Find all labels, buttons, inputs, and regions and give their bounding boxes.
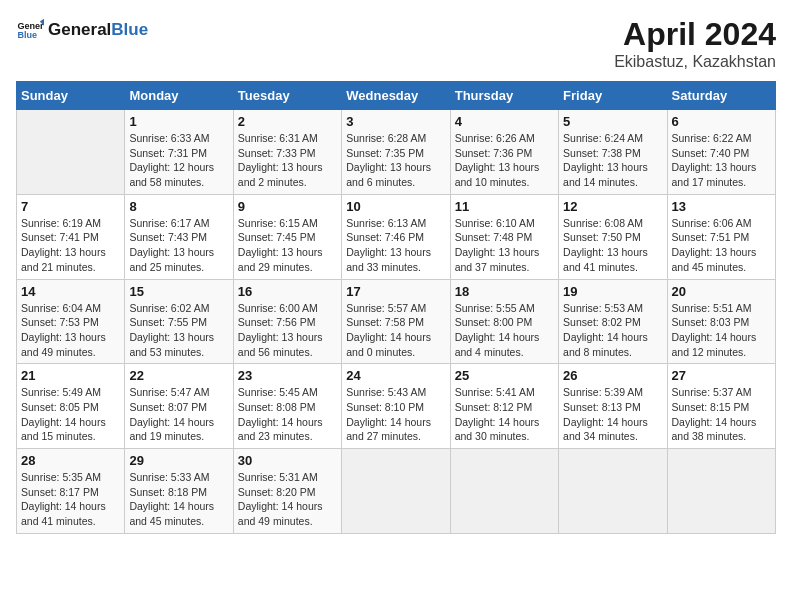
day-info: Sunrise: 6:26 AMSunset: 7:36 PMDaylight:… [455, 131, 554, 190]
calendar-cell [342, 449, 450, 534]
day-number: 21 [21, 368, 120, 383]
calendar-week-row: 1Sunrise: 6:33 AMSunset: 7:31 PMDaylight… [17, 110, 776, 195]
day-info: Sunrise: 5:47 AMSunset: 8:07 PMDaylight:… [129, 385, 228, 444]
day-info: Sunrise: 6:31 AMSunset: 7:33 PMDaylight:… [238, 131, 337, 190]
day-number: 18 [455, 284, 554, 299]
day-of-week-header: Thursday [450, 82, 558, 110]
calendar-cell: 23Sunrise: 5:45 AMSunset: 8:08 PMDayligh… [233, 364, 341, 449]
calendar-cell: 11Sunrise: 6:10 AMSunset: 7:48 PMDayligh… [450, 194, 558, 279]
day-number: 23 [238, 368, 337, 383]
day-number: 8 [129, 199, 228, 214]
svg-text:General: General [17, 21, 44, 31]
calendar-week-row: 28Sunrise: 5:35 AMSunset: 8:17 PMDayligh… [17, 449, 776, 534]
calendar-cell: 28Sunrise: 5:35 AMSunset: 8:17 PMDayligh… [17, 449, 125, 534]
calendar-cell: 2Sunrise: 6:31 AMSunset: 7:33 PMDaylight… [233, 110, 341, 195]
calendar-cell: 30Sunrise: 5:31 AMSunset: 8:20 PMDayligh… [233, 449, 341, 534]
calendar-cell: 9Sunrise: 6:15 AMSunset: 7:45 PMDaylight… [233, 194, 341, 279]
calendar-cell: 12Sunrise: 6:08 AMSunset: 7:50 PMDayligh… [559, 194, 667, 279]
day-info: Sunrise: 6:00 AMSunset: 7:56 PMDaylight:… [238, 301, 337, 360]
day-number: 26 [563, 368, 662, 383]
day-info: Sunrise: 5:39 AMSunset: 8:13 PMDaylight:… [563, 385, 662, 444]
day-number: 7 [21, 199, 120, 214]
calendar-week-row: 14Sunrise: 6:04 AMSunset: 7:53 PMDayligh… [17, 279, 776, 364]
calendar-cell: 17Sunrise: 5:57 AMSunset: 7:58 PMDayligh… [342, 279, 450, 364]
calendar-cell: 15Sunrise: 6:02 AMSunset: 7:55 PMDayligh… [125, 279, 233, 364]
calendar-cell [559, 449, 667, 534]
day-info: Sunrise: 6:06 AMSunset: 7:51 PMDaylight:… [672, 216, 771, 275]
day-info: Sunrise: 6:17 AMSunset: 7:43 PMDaylight:… [129, 216, 228, 275]
day-of-week-header: Tuesday [233, 82, 341, 110]
day-info: Sunrise: 6:13 AMSunset: 7:46 PMDaylight:… [346, 216, 445, 275]
day-number: 5 [563, 114, 662, 129]
day-number: 17 [346, 284, 445, 299]
calendar-cell [450, 449, 558, 534]
day-number: 25 [455, 368, 554, 383]
calendar-cell: 20Sunrise: 5:51 AMSunset: 8:03 PMDayligh… [667, 279, 775, 364]
calendar-cell: 27Sunrise: 5:37 AMSunset: 8:15 PMDayligh… [667, 364, 775, 449]
day-number: 12 [563, 199, 662, 214]
day-info: Sunrise: 5:33 AMSunset: 8:18 PMDaylight:… [129, 470, 228, 529]
day-info: Sunrise: 6:04 AMSunset: 7:53 PMDaylight:… [21, 301, 120, 360]
day-of-week-header: Wednesday [342, 82, 450, 110]
day-info: Sunrise: 5:35 AMSunset: 8:17 PMDaylight:… [21, 470, 120, 529]
day-number: 4 [455, 114, 554, 129]
day-info: Sunrise: 5:51 AMSunset: 8:03 PMDaylight:… [672, 301, 771, 360]
calendar-cell: 10Sunrise: 6:13 AMSunset: 7:46 PMDayligh… [342, 194, 450, 279]
calendar-cell: 13Sunrise: 6:06 AMSunset: 7:51 PMDayligh… [667, 194, 775, 279]
day-info: Sunrise: 5:49 AMSunset: 8:05 PMDaylight:… [21, 385, 120, 444]
day-number: 29 [129, 453, 228, 468]
day-of-week-header: Sunday [17, 82, 125, 110]
day-number: 13 [672, 199, 771, 214]
calendar-cell [667, 449, 775, 534]
calendar-cell: 4Sunrise: 6:26 AMSunset: 7:36 PMDaylight… [450, 110, 558, 195]
day-info: Sunrise: 6:33 AMSunset: 7:31 PMDaylight:… [129, 131, 228, 190]
day-number: 1 [129, 114, 228, 129]
day-info: Sunrise: 5:41 AMSunset: 8:12 PMDaylight:… [455, 385, 554, 444]
calendar-cell: 21Sunrise: 5:49 AMSunset: 8:05 PMDayligh… [17, 364, 125, 449]
day-number: 14 [21, 284, 120, 299]
calendar-cell: 8Sunrise: 6:17 AMSunset: 7:43 PMDaylight… [125, 194, 233, 279]
calendar-cell: 7Sunrise: 6:19 AMSunset: 7:41 PMDaylight… [17, 194, 125, 279]
day-of-week-header: Friday [559, 82, 667, 110]
day-info: Sunrise: 6:15 AMSunset: 7:45 PMDaylight:… [238, 216, 337, 275]
day-info: Sunrise: 5:31 AMSunset: 8:20 PMDaylight:… [238, 470, 337, 529]
calendar-cell: 24Sunrise: 5:43 AMSunset: 8:10 PMDayligh… [342, 364, 450, 449]
calendar-cell: 25Sunrise: 5:41 AMSunset: 8:12 PMDayligh… [450, 364, 558, 449]
calendar-subtitle: Ekibastuz, Kazakhstan [614, 53, 776, 71]
calendar-cell: 14Sunrise: 6:04 AMSunset: 7:53 PMDayligh… [17, 279, 125, 364]
day-info: Sunrise: 5:37 AMSunset: 8:15 PMDaylight:… [672, 385, 771, 444]
calendar-cell: 3Sunrise: 6:28 AMSunset: 7:35 PMDaylight… [342, 110, 450, 195]
calendar-week-row: 7Sunrise: 6:19 AMSunset: 7:41 PMDaylight… [17, 194, 776, 279]
day-info: Sunrise: 6:02 AMSunset: 7:55 PMDaylight:… [129, 301, 228, 360]
day-info: Sunrise: 5:55 AMSunset: 8:00 PMDaylight:… [455, 301, 554, 360]
calendar-cell: 29Sunrise: 5:33 AMSunset: 8:18 PMDayligh… [125, 449, 233, 534]
calendar-cell [17, 110, 125, 195]
day-number: 20 [672, 284, 771, 299]
day-number: 10 [346, 199, 445, 214]
day-info: Sunrise: 6:24 AMSunset: 7:38 PMDaylight:… [563, 131, 662, 190]
calendar-cell: 16Sunrise: 6:00 AMSunset: 7:56 PMDayligh… [233, 279, 341, 364]
day-info: Sunrise: 6:22 AMSunset: 7:40 PMDaylight:… [672, 131, 771, 190]
day-info: Sunrise: 5:43 AMSunset: 8:10 PMDaylight:… [346, 385, 445, 444]
day-info: Sunrise: 6:08 AMSunset: 7:50 PMDaylight:… [563, 216, 662, 275]
day-number: 3 [346, 114, 445, 129]
calendar-title: April 2024 [614, 16, 776, 53]
day-number: 19 [563, 284, 662, 299]
day-info: Sunrise: 6:28 AMSunset: 7:35 PMDaylight:… [346, 131, 445, 190]
day-number: 24 [346, 368, 445, 383]
day-number: 9 [238, 199, 337, 214]
logo-icon: General Blue [16, 16, 44, 44]
title-area: April 2024 Ekibastuz, Kazakhstan [614, 16, 776, 71]
header: General Blue GeneralBlue April 2024 Ekib… [16, 16, 776, 71]
calendar-cell: 19Sunrise: 5:53 AMSunset: 8:02 PMDayligh… [559, 279, 667, 364]
calendar-week-row: 21Sunrise: 5:49 AMSunset: 8:05 PMDayligh… [17, 364, 776, 449]
day-info: Sunrise: 5:57 AMSunset: 7:58 PMDaylight:… [346, 301, 445, 360]
day-number: 28 [21, 453, 120, 468]
logo-general-text: General [48, 20, 111, 39]
day-of-week-header: Saturday [667, 82, 775, 110]
svg-text:Blue: Blue [17, 30, 37, 40]
day-number: 30 [238, 453, 337, 468]
calendar-cell: 18Sunrise: 5:55 AMSunset: 8:00 PMDayligh… [450, 279, 558, 364]
day-info: Sunrise: 5:53 AMSunset: 8:02 PMDaylight:… [563, 301, 662, 360]
calendar-header: SundayMondayTuesdayWednesdayThursdayFrid… [17, 82, 776, 110]
